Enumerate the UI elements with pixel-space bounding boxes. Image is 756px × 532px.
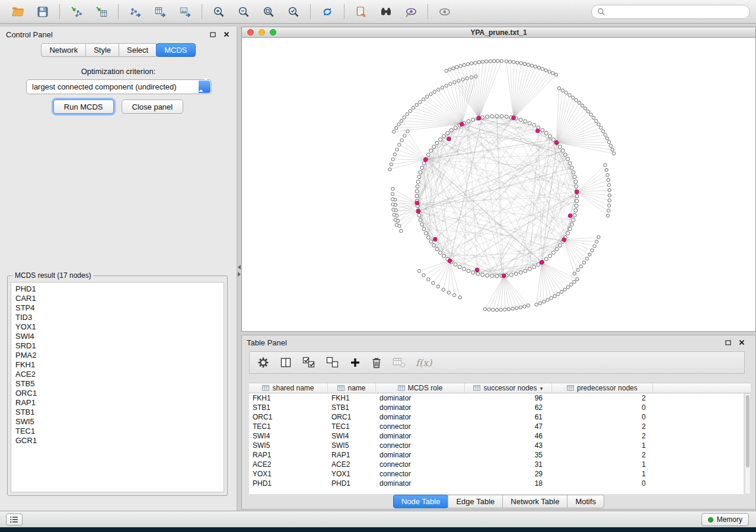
refresh-layout-button[interactable] (315, 2, 339, 21)
export-table-button[interactable] (148, 2, 172, 21)
tab-mcds[interactable]: MCDS (156, 43, 195, 57)
import-table-button[interactable] (90, 2, 113, 21)
tab-motifs[interactable]: Motifs (567, 495, 604, 508)
mcds-result-node[interactable]: SWI5 (11, 417, 224, 427)
table-row[interactable]: ORC1ORC1dominator610 (249, 412, 744, 422)
table-scrollbar[interactable] (745, 393, 751, 494)
add-column-button[interactable] (349, 354, 361, 371)
select-all-button[interactable] (302, 354, 316, 371)
tab-edge-table[interactable]: Edge Table (448, 495, 503, 508)
status-menu-button[interactable] (6, 514, 23, 525)
apply-style-button[interactable] (399, 2, 423, 21)
table-settings-button[interactable] (257, 354, 270, 371)
mcds-result-node[interactable]: YOX1 (11, 322, 224, 332)
run-mcds-button[interactable]: Run MCDS (53, 100, 114, 114)
table-row[interactable]: SWI5SWI5connector431 (249, 441, 744, 450)
delete-column-button[interactable] (371, 354, 382, 371)
column-header-name[interactable]: name (328, 383, 376, 393)
mcds-result-node[interactable]: TEC1 (11, 427, 224, 436)
import-network-icon (70, 5, 83, 18)
tab-node-table[interactable]: Node Table (393, 495, 449, 508)
tab-style[interactable]: Style (85, 43, 119, 57)
column-header-predecessor-nodes[interactable]: predecessor nodes (552, 383, 653, 393)
mcds-result-node[interactable]: TID3 (11, 313, 224, 322)
collapse-right-icon[interactable] (238, 272, 241, 277)
minimize-window-icon[interactable] (259, 29, 265, 36)
node-table-body[interactable]: FKH1FKH1dominator962STB1STB1dominator620… (249, 393, 744, 494)
zoom-out-button[interactable] (232, 2, 256, 21)
zoom-in-icon (212, 5, 225, 18)
mcds-result-node[interactable]: SWI4 (11, 332, 224, 341)
column-layout-button[interactable] (279, 354, 292, 371)
column-header-successor-nodes[interactable]: successor nodes ▾ (465, 383, 552, 393)
maximize-window-icon[interactable] (270, 29, 276, 36)
mcds-result-list[interactable]: PHD1CAR1STP4TID3YOX1SWI4SRD1PMA2FKH1ACE2… (11, 282, 224, 492)
zoom-selected-button[interactable] (282, 2, 305, 21)
optimization-criterion-select[interactable]: largest connected component (undirected) (26, 79, 212, 94)
table-cell: 31 (465, 460, 552, 469)
table-row[interactable]: STB1STB1dominator620 (249, 403, 744, 412)
status-bar: Memory (0, 511, 756, 527)
mcds-result-node[interactable]: RAP1 (11, 398, 224, 408)
table-cell: 47 (465, 422, 552, 431)
search-network-button[interactable] (374, 2, 398, 21)
zoom-in-button[interactable] (207, 2, 231, 21)
open-file-button[interactable] (6, 2, 30, 21)
tab-select[interactable]: Select (119, 43, 157, 57)
search-input[interactable] (609, 8, 744, 16)
table-row[interactable]: ACE2ACE2connector311 (249, 460, 744, 469)
close-table-panel-button[interactable] (738, 338, 746, 347)
table-toolbar: f(x) (249, 351, 745, 374)
table-cell: dominator (376, 403, 465, 412)
panel-splitter[interactable] (237, 27, 241, 511)
tab-network[interactable]: Network (41, 43, 86, 57)
column-label: name (347, 384, 365, 392)
mcds-result-node[interactable]: GCR1 (11, 436, 224, 446)
mcds-result-node[interactable]: FKH1 (11, 360, 224, 370)
list-menu-icon (9, 516, 19, 523)
mcds-result-node[interactable]: CAR1 (11, 294, 224, 303)
close-panel-button[interactable] (222, 30, 231, 39)
unselect-all-button[interactable] (326, 354, 340, 371)
table-cell: STB1 (249, 403, 328, 412)
sort-chevron-icon[interactable]: ▾ (540, 385, 543, 392)
table-row[interactable]: RAP1RAP1dominator352 (249, 450, 744, 460)
show-hide-graphics-button[interactable] (433, 2, 457, 21)
tab-network-table[interactable]: Network Table (502, 495, 567, 508)
mcds-result-node[interactable]: SRD1 (11, 341, 224, 351)
save-session-button[interactable] (31, 2, 55, 21)
mcds-result-node[interactable]: PMA2 (11, 351, 224, 360)
table-scrollbar-thumb[interactable] (746, 395, 749, 467)
export-image-button[interactable] (173, 2, 197, 21)
export-network-button[interactable] (123, 2, 147, 21)
export-table-icon (154, 5, 167, 18)
mcds-result-node[interactable]: ACE2 (11, 370, 224, 379)
float-table-panel-button[interactable] (724, 338, 732, 347)
zoom-fit-button[interactable] (257, 2, 280, 21)
column-header-shared-name[interactable]: shared name (249, 383, 328, 393)
mcds-result-node[interactable]: PHD1 (11, 284, 224, 294)
table-row[interactable]: TEC1TEC1connector472 (249, 422, 744, 431)
float-panel-button[interactable] (209, 30, 217, 39)
close-window-icon[interactable] (247, 29, 254, 36)
mcds-result-node[interactable]: ORC1 (11, 389, 224, 398)
network-window-titlebar[interactable]: YPA_prune.txt_1 (242, 27, 755, 38)
mcds-result-node[interactable]: STB5 (11, 379, 224, 389)
float-panel-icon (725, 340, 731, 345)
mcds-result-node[interactable]: STB1 (11, 408, 224, 417)
network-canvas[interactable] (242, 38, 755, 331)
collapse-left-icon[interactable] (238, 265, 241, 270)
selected-criterion-value: largest connected component (undirected) (32, 82, 177, 91)
share-document-button[interactable] (349, 2, 373, 21)
table-row[interactable]: SWI4SWI4dominator462 (249, 431, 744, 441)
import-network-button[interactable] (65, 2, 88, 21)
table-row[interactable]: PHD1PHD1dominator180 (249, 479, 744, 488)
close-panel-action-button[interactable]: Close panel (122, 100, 184, 114)
table-cell: ORC1 (328, 413, 376, 421)
table-row[interactable]: YOX1YOX1connector291 (249, 469, 744, 479)
memory-button[interactable]: Memory (701, 513, 749, 526)
column-header-mcds-role[interactable]: MCDS role (376, 383, 465, 393)
mcds-result-node[interactable]: STP4 (11, 303, 224, 313)
table-row[interactable]: FKH1FKH1dominator962 (249, 393, 744, 403)
column-label: successor nodes (483, 384, 537, 392)
